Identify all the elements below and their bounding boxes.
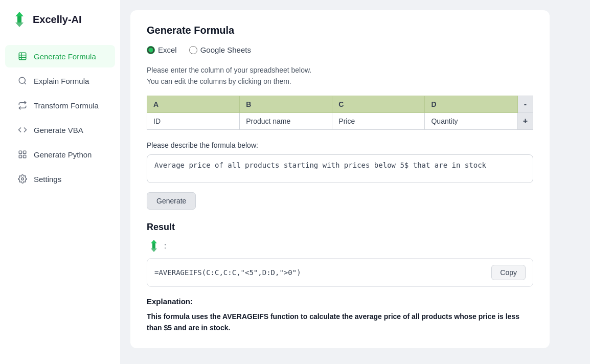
cell-price[interactable]: Price (332, 112, 425, 129)
sidebar-label-generate-python: Generate Python (34, 150, 92, 159)
settings-icon (17, 174, 28, 184)
col-header-c[interactable]: C (332, 96, 425, 112)
sidebar-item-transform-formula[interactable]: Transform Formula (5, 94, 115, 117)
svg-rect-10 (24, 155, 26, 158)
result-colon: : (164, 241, 166, 250)
svg-rect-8 (19, 151, 21, 153)
excel-radio-label[interactable]: Excel (147, 46, 177, 54)
sidebar-label-explain-formula: Explain Formula (34, 77, 89, 85)
spreadsheet-type-selector: Excel Google Sheets (147, 46, 533, 54)
spreadsheet-container: A B C D ID Product name Price Quantity (147, 96, 533, 130)
cell-quantity[interactable]: Quantity (425, 112, 517, 129)
code-icon (17, 125, 28, 135)
sidebar-item-generate-python[interactable]: Generate Python (5, 143, 115, 166)
add-col-button[interactable]: + (518, 113, 533, 129)
page-title: Generate Formula (147, 25, 533, 36)
table-row: ID Product name Price Quantity (147, 112, 518, 129)
spreadsheet-table: A B C D ID Product name Price Quantity (147, 96, 518, 130)
copy-button[interactable]: Copy (491, 265, 526, 280)
logo: Excelly-AI (0, 10, 120, 44)
sidebar: Excelly-AI Generate Formula Explain Form… (0, 0, 120, 364)
col-header-b[interactable]: B (240, 96, 332, 112)
formula-result-box: =AVERAGEIFS(C:C,C:C,"<5",D:D,">0") Copy (147, 258, 533, 287)
explanation-title: Explanation: (147, 297, 533, 306)
svg-rect-2 (19, 53, 26, 60)
svg-marker-14 (151, 243, 157, 252)
svg-marker-1 (15, 16, 24, 27)
sidebar-item-explain-formula[interactable]: Explain Formula (5, 70, 115, 92)
sidebar-item-generate-formula[interactable]: Generate Formula (5, 45, 115, 67)
formula-description-input[interactable]: Average price of all products starting w… (147, 154, 533, 183)
result-logo-icon (147, 239, 161, 253)
sidebar-label-generate-formula: Generate Formula (34, 52, 96, 61)
svg-point-12 (21, 178, 24, 180)
excel-label: Excel (158, 46, 177, 54)
col-header-d[interactable]: D (425, 96, 517, 112)
transform-icon (17, 100, 28, 110)
search-icon (17, 76, 28, 86)
result-section: Result : =AVERAGEIFS(C:C,C:C,"<5",D:D,">… (147, 222, 533, 334)
cell-product-name[interactable]: Product name (240, 112, 332, 129)
sidebar-item-generate-vba[interactable]: Generate VBA (5, 119, 115, 141)
google-sheets-radio[interactable] (189, 46, 197, 54)
remove-col-button[interactable]: - (518, 96, 533, 113)
svg-line-7 (24, 82, 26, 84)
cell-id[interactable]: ID (147, 112, 240, 129)
main-card: Generate Formula Excel Google Sheets Ple… (130, 10, 550, 348)
google-sheets-radio-label[interactable]: Google Sheets (189, 46, 251, 54)
formula-result-text: =AVERAGEIFS(C:C,C:C,"<5",D:D,">0") (154, 268, 486, 277)
svg-rect-11 (19, 155, 21, 158)
google-sheets-label: Google Sheets (200, 46, 251, 54)
result-header: : (147, 239, 533, 253)
python-icon (17, 149, 28, 160)
app-name: Excelly-AI (33, 14, 82, 26)
table-icon (17, 51, 28, 61)
logo-icon (10, 10, 29, 29)
excel-radio[interactable] (147, 46, 155, 54)
result-title: Result (147, 222, 533, 233)
generate-button[interactable]: Generate (147, 192, 196, 210)
description-text: Please enter the column of your spreadsh… (147, 64, 533, 87)
svg-rect-9 (24, 151, 26, 153)
col-controls: - + (518, 96, 533, 130)
sidebar-label-settings: Settings (34, 175, 61, 184)
svg-point-6 (19, 77, 25, 83)
sidebar-item-settings[interactable]: Settings (5, 168, 115, 190)
main-content: Generate Formula Excel Google Sheets Ple… (120, 0, 590, 364)
sidebar-label-generate-vba: Generate VBA (34, 126, 83, 134)
explanation-text: This formula uses the AVERAGEIFS functio… (147, 311, 533, 334)
sidebar-label-transform-formula: Transform Formula (34, 101, 99, 110)
formula-description-label: Please describe the formula below: (147, 141, 533, 149)
col-header-a[interactable]: A (147, 96, 240, 112)
